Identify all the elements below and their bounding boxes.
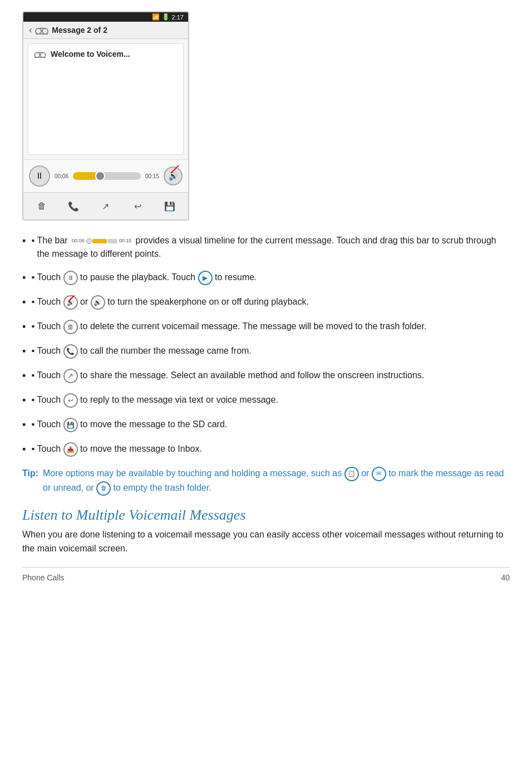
bullet-sd: ▪ Touch 💾 to move the message to the SD … <box>22 418 510 432</box>
back-arrow-icon[interactable]: ‹ <box>29 25 32 35</box>
tip-section: Tip: More options may be available by to… <box>22 467 510 496</box>
bullet-bar: ▪ The bar 00:06 00:15 provides a visual … <box>22 234 510 261</box>
reply-action-btn[interactable]: ↩ <box>128 197 148 215</box>
timeline-bar[interactable] <box>73 172 141 180</box>
bullet-bar-text: The bar 00:06 00:15 provides a visual ti… <box>37 234 510 261</box>
speaker-off-icon: 🔊 <box>63 295 78 310</box>
section-body: When you are done listening to a voicema… <box>22 528 510 556</box>
footer-bar: Phone Calls 40 <box>22 567 510 582</box>
footer-right: 40 <box>501 573 510 582</box>
bullet-reply: ▪ Touch ↩ to reply to the message via te… <box>22 393 510 408</box>
status-time: 2:17 <box>172 14 184 21</box>
pause-icon: ⏸ <box>63 271 78 285</box>
action-bar: 🗑 📞 ↗ ↩ 💾 <box>23 192 188 219</box>
message-title: Welcome to Voicem... <box>51 50 130 58</box>
call-icon: 📞 <box>63 344 78 359</box>
tip-icon-1: 📋 <box>344 467 359 481</box>
bullet-share: ▪ Touch ↗ to share the message. Select a… <box>22 369 510 383</box>
share-icon: ↗ <box>63 369 78 383</box>
bullet-marker-5: ▪ <box>31 344 37 358</box>
play-icon: ▶ <box>198 271 213 285</box>
content-area: ▪ The bar 00:06 00:15 provides a visual … <box>22 234 510 582</box>
total-time: 00:15 <box>145 173 159 179</box>
svg-point-4 <box>35 52 40 57</box>
phone-message-header: Welcome to Voicem... <box>34 50 178 58</box>
svg-point-5 <box>41 52 46 57</box>
timeline-thumb <box>95 172 105 180</box>
call-action-btn[interactable]: 📞 <box>63 197 83 215</box>
pause-button[interactable]: ⏸ <box>29 165 50 187</box>
bullet-marker-8: ▪ <box>31 418 37 431</box>
inbox-icon: 📥 <box>63 442 78 457</box>
svg-point-1 <box>42 28 48 34</box>
voicemail-msg-icon <box>34 50 46 58</box>
bullet-call: ▪ Touch 📞 to call the number the message… <box>22 344 510 359</box>
bullet-list: ▪ The bar 00:06 00:15 provides a visual … <box>22 234 510 457</box>
bullet-marker-2: ▪ <box>31 271 37 284</box>
phone-playback-area: ⏸ 00:06 00:15 🔊 <box>23 159 188 192</box>
bullet-marker-9: ▪ <box>31 442 37 456</box>
bullet-inbox: ▪ Touch 📥 to move the message to Inbox. <box>22 442 510 457</box>
tip-text-end: to empty the trash folder. <box>114 483 211 492</box>
voicemail-icon <box>35 25 48 35</box>
bullet-inbox-text: Touch 📥 to move the message to Inbox. <box>37 442 202 457</box>
bullet-speaker: ▪ Touch 🔊 or 🔊 to turn the speakerphone … <box>22 295 510 310</box>
bullet-reply-text: Touch ↩ to reply to the message via text… <box>37 393 278 408</box>
bullet-marker-6: ▪ <box>31 369 37 382</box>
status-bar: 📶 🔋 2:17 <box>23 12 188 22</box>
bullet-call-text: Touch 📞 to call the number the message c… <box>37 344 252 359</box>
bullet-pause-text: Touch ⏸ to pause the playback. Touch ▶ t… <box>37 271 257 285</box>
speaker-on-icon: 🔊 <box>91 295 105 310</box>
bullet-speaker-text: Touch 🔊 or 🔊 to turn the speakerphone on… <box>37 295 309 310</box>
sd-action-btn[interactable]: 💾 <box>160 197 180 215</box>
trash-icon: 🗑 <box>63 320 78 334</box>
battery-icon: 🔋 <box>162 13 170 21</box>
bullet-pause: ▪ Touch ⏸ to pause the playback. Touch ▶… <box>22 271 510 285</box>
reply-icon: ↩ <box>63 393 78 408</box>
bullet-marker-4: ▪ <box>31 320 37 333</box>
timeline-fill <box>73 172 97 180</box>
section-heading: Listen to Multiple Voicemail Messages <box>22 507 510 524</box>
bullet-marker-1: ▪ <box>31 234 37 247</box>
tip-text: More options may be available by touchin… <box>43 467 510 496</box>
tip-or: or <box>361 468 369 478</box>
bullet-sd-text: Touch 💾 to move the message to the SD ca… <box>37 418 228 432</box>
bullet-delete-text: Touch 🗑 to delete the current voicemail … <box>37 320 427 334</box>
phone-header: ‹ Message 2 of 2 <box>23 22 188 39</box>
tip-icon-2: ✉ <box>372 467 386 481</box>
share-action-btn[interactable]: ↗ <box>96 197 116 215</box>
phone-message-area: Welcome to Voicem... <box>28 43 184 155</box>
bullet-marker-7: ▪ <box>31 393 37 407</box>
phone-header-title: Message 2 of 2 <box>52 26 107 35</box>
tip-label: Tip: <box>22 467 38 481</box>
footer-left: Phone Calls <box>22 573 65 582</box>
bullet-marker-3: ▪ <box>31 295 37 309</box>
or-text: or <box>80 297 91 306</box>
bullet-delete: ▪ Touch 🗑 to delete the current voicemai… <box>22 320 510 334</box>
elapsed-time: 00:06 <box>55 173 68 179</box>
speaker-button[interactable]: 🔊 <box>164 167 183 185</box>
phone-screenshot: 📶 🔋 2:17 ‹ Message 2 of 2 Welcome to Voi… <box>22 11 189 221</box>
delete-action-btn[interactable]: 🗑 <box>32 197 52 215</box>
bullet-share-text: Touch ↗ to share the message. Select an … <box>37 369 425 383</box>
tip-text-before: More options may be available by touchin… <box>43 468 342 478</box>
svg-point-0 <box>36 28 41 34</box>
tip-icon-3: 🗑 <box>96 481 111 496</box>
sd-icon: 💾 <box>63 418 78 432</box>
signal-icon: 📶 <box>152 13 160 21</box>
bar-icon: 00:06 00:15 <box>72 237 131 245</box>
